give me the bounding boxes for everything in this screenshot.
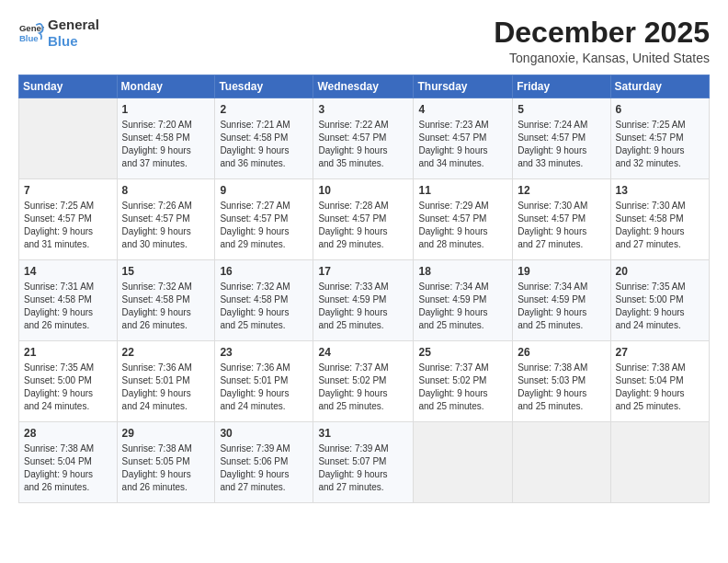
day-number: 28: [24, 426, 112, 441]
day-info: Sunrise: 7:36 AM Sunset: 5:01 PM Dayligh…: [122, 362, 210, 413]
calendar: SundayMondayTuesdayWednesdayThursdayFrid…: [18, 75, 710, 503]
calendar-cell: 7Sunrise: 7:25 AM Sunset: 4:57 PM Daylig…: [19, 179, 118, 260]
day-info: Sunrise: 7:30 AM Sunset: 4:58 PM Dayligh…: [616, 200, 704, 251]
calendar-cell: 18Sunrise: 7:34 AM Sunset: 4:59 PM Dayli…: [414, 260, 513, 341]
day-number: 17: [318, 264, 408, 279]
day-info: Sunrise: 7:31 AM Sunset: 4:58 PM Dayligh…: [24, 281, 112, 332]
calendar-header-saturday: Saturday: [610, 75, 709, 98]
day-number: 2: [220, 102, 308, 117]
calendar-week-1: 7Sunrise: 7:25 AM Sunset: 4:57 PM Daylig…: [19, 179, 710, 260]
calendar-cell: 26Sunrise: 7:38 AM Sunset: 5:03 PM Dayli…: [513, 341, 610, 422]
day-number: 13: [616, 183, 704, 198]
day-info: Sunrise: 7:39 AM Sunset: 5:06 PM Dayligh…: [220, 442, 308, 494]
calendar-cell: 19Sunrise: 7:34 AM Sunset: 4:59 PM Dayli…: [513, 260, 610, 341]
subtitle: Tonganoxie, Kansas, United States: [494, 51, 710, 65]
day-number: 18: [418, 264, 507, 279]
day-info: Sunrise: 7:37 AM Sunset: 5:02 PM Dayligh…: [418, 362, 507, 413]
calendar-cell: 30Sunrise: 7:39 AM Sunset: 5:06 PM Dayli…: [215, 422, 313, 503]
day-number: 24: [318, 345, 408, 360]
day-info: Sunrise: 7:32 AM Sunset: 4:58 PM Dayligh…: [220, 281, 308, 332]
svg-text:Blue: Blue: [19, 33, 39, 43]
calendar-cell: 20Sunrise: 7:35 AM Sunset: 5:00 PM Dayli…: [610, 260, 709, 341]
day-info: Sunrise: 7:23 AM Sunset: 4:57 PM Dayligh…: [418, 119, 507, 170]
calendar-week-4: 28Sunrise: 7:38 AM Sunset: 5:04 PM Dayli…: [19, 422, 710, 503]
day-info: Sunrise: 7:32 AM Sunset: 4:58 PM Dayligh…: [122, 281, 210, 332]
calendar-cell: 31Sunrise: 7:39 AM Sunset: 5:07 PM Dayli…: [313, 422, 414, 503]
calendar-cell: [610, 422, 709, 503]
calendar-cell: 24Sunrise: 7:37 AM Sunset: 5:02 PM Dayli…: [313, 341, 414, 422]
calendar-cell: 25Sunrise: 7:37 AM Sunset: 5:02 PM Dayli…: [414, 341, 513, 422]
day-number: 14: [24, 264, 112, 279]
day-info: Sunrise: 7:38 AM Sunset: 5:04 PM Dayligh…: [24, 442, 112, 494]
day-info: Sunrise: 7:29 AM Sunset: 4:57 PM Dayligh…: [418, 200, 507, 251]
calendar-header-friday: Friday: [513, 75, 610, 98]
day-number: 7: [24, 183, 112, 198]
day-number: 4: [418, 102, 507, 117]
calendar-cell: 6Sunrise: 7:25 AM Sunset: 4:57 PM Daylig…: [610, 98, 709, 179]
day-info: Sunrise: 7:35 AM Sunset: 5:00 PM Dayligh…: [616, 281, 704, 332]
day-info: Sunrise: 7:38 AM Sunset: 5:05 PM Dayligh…: [122, 442, 210, 494]
calendar-cell: 8Sunrise: 7:26 AM Sunset: 4:57 PM Daylig…: [117, 179, 215, 260]
day-number: 3: [318, 102, 408, 117]
day-number: 15: [122, 264, 210, 279]
day-info: Sunrise: 7:25 AM Sunset: 4:57 PM Dayligh…: [24, 200, 112, 251]
calendar-header-row: SundayMondayTuesdayWednesdayThursdayFrid…: [19, 75, 710, 98]
page: General Blue General Blue December 2025 …: [0, 0, 728, 563]
day-number: 20: [616, 264, 704, 279]
calendar-cell: 1Sunrise: 7:20 AM Sunset: 4:58 PM Daylig…: [117, 98, 215, 179]
logo: General Blue General Blue: [18, 17, 99, 50]
day-info: Sunrise: 7:24 AM Sunset: 4:57 PM Dayligh…: [518, 119, 605, 170]
calendar-week-2: 14Sunrise: 7:31 AM Sunset: 4:58 PM Dayli…: [19, 260, 710, 341]
day-number: 29: [122, 426, 210, 441]
day-number: 30: [220, 426, 308, 441]
day-info: Sunrise: 7:35 AM Sunset: 5:00 PM Dayligh…: [24, 362, 112, 413]
calendar-header-monday: Monday: [117, 75, 215, 98]
header: General Blue General Blue December 2025 …: [18, 17, 710, 65]
day-number: 21: [24, 345, 112, 360]
calendar-cell: 10Sunrise: 7:28 AM Sunset: 4:57 PM Dayli…: [313, 179, 414, 260]
day-number: 6: [616, 102, 704, 117]
day-info: Sunrise: 7:39 AM Sunset: 5:07 PM Dayligh…: [318, 442, 408, 494]
calendar-cell: 28Sunrise: 7:38 AM Sunset: 5:04 PM Dayli…: [19, 422, 118, 503]
day-info: Sunrise: 7:25 AM Sunset: 4:57 PM Dayligh…: [616, 119, 704, 170]
day-number: 1: [122, 102, 210, 117]
day-info: Sunrise: 7:34 AM Sunset: 4:59 PM Dayligh…: [518, 281, 605, 332]
calendar-cell: 9Sunrise: 7:27 AM Sunset: 4:57 PM Daylig…: [215, 179, 313, 260]
calendar-cell: 12Sunrise: 7:30 AM Sunset: 4:57 PM Dayli…: [513, 179, 610, 260]
logo-blue: Blue: [48, 33, 99, 50]
logo-icon: General Blue: [18, 20, 44, 46]
day-number: 9: [220, 183, 308, 198]
calendar-header-sunday: Sunday: [19, 75, 118, 98]
calendar-week-0: 1Sunrise: 7:20 AM Sunset: 4:58 PM Daylig…: [19, 98, 710, 179]
calendar-cell: 22Sunrise: 7:36 AM Sunset: 5:01 PM Dayli…: [117, 341, 215, 422]
main-title: December 2025: [494, 17, 710, 49]
day-info: Sunrise: 7:38 AM Sunset: 5:03 PM Dayligh…: [518, 362, 605, 413]
day-info: Sunrise: 7:26 AM Sunset: 4:57 PM Dayligh…: [122, 200, 210, 251]
day-info: Sunrise: 7:34 AM Sunset: 4:59 PM Dayligh…: [418, 281, 507, 332]
day-number: 26: [518, 345, 605, 360]
calendar-cell: 5Sunrise: 7:24 AM Sunset: 4:57 PM Daylig…: [513, 98, 610, 179]
day-number: 19: [518, 264, 605, 279]
calendar-header-tuesday: Tuesday: [215, 75, 313, 98]
calendar-cell: 21Sunrise: 7:35 AM Sunset: 5:00 PM Dayli…: [19, 341, 118, 422]
day-info: Sunrise: 7:22 AM Sunset: 4:57 PM Dayligh…: [318, 119, 408, 170]
day-info: Sunrise: 7:28 AM Sunset: 4:57 PM Dayligh…: [318, 200, 408, 251]
calendar-cell: 13Sunrise: 7:30 AM Sunset: 4:58 PM Dayli…: [610, 179, 709, 260]
day-info: Sunrise: 7:33 AM Sunset: 4:59 PM Dayligh…: [318, 281, 408, 332]
day-info: Sunrise: 7:38 AM Sunset: 5:04 PM Dayligh…: [616, 362, 704, 413]
calendar-cell: 3Sunrise: 7:22 AM Sunset: 4:57 PM Daylig…: [313, 98, 414, 179]
day-number: 22: [122, 345, 210, 360]
calendar-cell: 11Sunrise: 7:29 AM Sunset: 4:57 PM Dayli…: [414, 179, 513, 260]
day-number: 31: [318, 426, 408, 441]
day-number: 25: [418, 345, 507, 360]
calendar-header-thursday: Thursday: [414, 75, 513, 98]
calendar-cell: [414, 422, 513, 503]
day-number: 11: [418, 183, 507, 198]
calendar-header-wednesday: Wednesday: [313, 75, 414, 98]
day-number: 23: [220, 345, 308, 360]
calendar-cell: 16Sunrise: 7:32 AM Sunset: 4:58 PM Dayli…: [215, 260, 313, 341]
day-number: 8: [122, 183, 210, 198]
logo-general: General: [48, 17, 99, 33]
day-info: Sunrise: 7:21 AM Sunset: 4:58 PM Dayligh…: [220, 119, 308, 170]
calendar-cell: 15Sunrise: 7:32 AM Sunset: 4:58 PM Dayli…: [117, 260, 215, 341]
